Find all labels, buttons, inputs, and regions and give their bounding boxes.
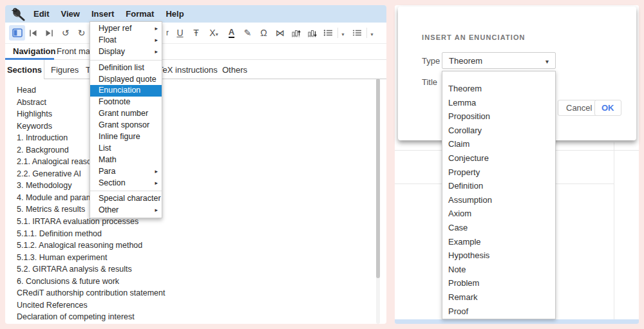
menu-item-displayed-quote[interactable]: Displayed quote <box>90 74 162 86</box>
list-item[interactable]: 2.2. Generative AI <box>17 168 386 180</box>
editor-panel: Edit View Insert Format Help ↺ ↻ r U Ŧ X <box>5 5 386 324</box>
tab-navigation[interactable]: Navigation <box>13 46 55 56</box>
option-proposition[interactable]: Proposition <box>442 109 555 124</box>
tab-others[interactable]: Others <box>222 65 247 75</box>
option-definition[interactable]: Definition <box>442 179 555 193</box>
menu-item-float[interactable]: Float <box>90 35 162 46</box>
option-assumption[interactable]: Assumption <box>442 193 555 207</box>
list-item[interactable]: 1. Introduction <box>17 132 386 144</box>
menu-item-hyper-ref[interactable]: Hyper ref <box>90 23 162 35</box>
option-remark[interactable]: Remark <box>442 290 555 305</box>
undo-icon[interactable]: ↺ <box>57 25 73 41</box>
submenu-arrow-icon <box>155 46 158 58</box>
go-first-icon[interactable] <box>25 25 41 41</box>
tab-sections[interactable]: Sections <box>5 60 44 79</box>
list-item[interactable]: CRediT authorship contribution statement <box>17 287 386 299</box>
list-item[interactable]: 3. Methodology <box>17 180 386 192</box>
menu-item-enunciation[interactable]: Enunciation <box>90 85 162 97</box>
go-last-icon[interactable] <box>41 25 57 41</box>
list-item[interactable]: 5.1.2. Analogical reasoning method <box>17 240 386 252</box>
font-color-icon[interactable]: A <box>223 25 240 41</box>
list-item[interactable]: Keywords <box>17 120 386 133</box>
option-axiom[interactable]: Axiom <box>442 207 555 221</box>
strikethrough-icon[interactable]: Ŧ <box>188 25 204 41</box>
tab-figures[interactable]: Figures <box>51 65 79 75</box>
option-corollary[interactable]: Corollary <box>442 124 555 138</box>
join-icon[interactable]: ⋈ <box>272 25 288 41</box>
tab-tex-instructions[interactable]: TeX instructions <box>158 65 218 75</box>
sidebar-toggle-icon[interactable] <box>9 25 25 41</box>
submenu-arrow-icon <box>155 178 158 189</box>
ok-button[interactable]: OK <box>594 100 621 116</box>
title-label: Title <box>422 77 437 87</box>
list-item[interactable]: Highlights <box>17 108 386 120</box>
lower-block-icon[interactable] <box>304 25 320 41</box>
menu-item-other[interactable]: Other <box>90 205 162 216</box>
list-item[interactable]: 5.1.3. Human experiment <box>17 252 386 264</box>
scrollbar-thumb[interactable] <box>376 79 380 278</box>
x-style-dropdown[interactable]: X <box>204 25 223 41</box>
menu-item-list[interactable]: List <box>90 143 162 155</box>
menu-item-special-character[interactable]: Special character <box>90 193 162 205</box>
option-hypothesis[interactable]: Hypothesis <box>442 249 555 263</box>
toolbar: ↺ ↻ r U Ŧ X A ✎ Ω ⋈ <box>5 23 386 44</box>
redo-icon[interactable]: ↻ <box>73 25 90 41</box>
option-lemma[interactable]: Lemma <box>442 96 555 110</box>
menu-item-definition-list[interactable]: Definition list <box>90 62 162 74</box>
option-example[interactable]: Example <box>442 235 555 249</box>
numbered-list-menu-icon[interactable] <box>366 28 377 38</box>
list-item[interactable]: 6. Conclusions & future work <box>17 276 386 288</box>
secondary-tabs: Sections Figures Tables TeX instructions… <box>5 60 386 79</box>
numbered-list-icon[interactable] <box>349 25 365 41</box>
partially-hidden-icon[interactable]: r <box>163 28 172 37</box>
menu-insert[interactable]: Insert <box>91 9 114 19</box>
list-item[interactable]: 4. Module and parame <box>17 192 386 204</box>
menu-edit[interactable]: Edit <box>33 9 50 19</box>
menu-view[interactable]: View <box>61 9 80 19</box>
bullet-list-menu-icon[interactable] <box>337 28 348 38</box>
bullet-list-icon[interactable] <box>320 25 336 41</box>
menu-bar: Edit View Insert Format Help <box>5 5 386 23</box>
list-item[interactable]: 5.1.1. Definition method <box>17 228 386 240</box>
submenu-arrow-icon <box>155 35 158 46</box>
list-item[interactable]: 2. Background <box>17 144 386 156</box>
list-item[interactable]: 5.2. GIRTARA analysis & results <box>17 263 386 276</box>
special-character-icon[interactable]: Ω <box>256 25 272 41</box>
option-proof[interactable]: Proof <box>442 305 555 319</box>
menu-item-footnote[interactable]: Footnote <box>90 97 162 108</box>
menu-help[interactable]: Help <box>166 9 184 19</box>
list-item[interactable]: 5. Metrics & results <box>17 203 386 216</box>
menu-item-display[interactable]: Display <box>90 46 162 58</box>
menu-item-grant-sponsor[interactable]: Grant sponsor <box>90 120 162 131</box>
option-case[interactable]: Case <box>442 221 555 235</box>
pencil-icon[interactable]: ✎ <box>240 25 256 41</box>
list-item[interactable]: 5.1. IRTARA evaluation processes <box>17 216 386 228</box>
dialog-title: INSERT AN ENUNCIATION <box>422 33 526 41</box>
menu-item-section[interactable]: Section <box>90 178 162 189</box>
menu-format[interactable]: Format <box>126 9 154 19</box>
option-problem[interactable]: Problem <box>442 276 555 290</box>
option-note[interactable]: Note <box>442 263 555 277</box>
option-theorem[interactable]: Theorem <box>442 82 555 96</box>
option-claim[interactable]: Claim <box>442 137 555 151</box>
menu-item-inline-figure[interactable]: Inline figure <box>90 131 162 143</box>
option-conjecture[interactable]: Conjecture <box>442 151 555 165</box>
option-property[interactable]: Property <box>442 165 555 180</box>
list-item[interactable]: Head <box>17 84 386 97</box>
menu-item-math[interactable]: Math <box>90 155 162 166</box>
list-item[interactable]: 2.1. Analogical reasoni <box>17 156 386 168</box>
menu-item-grant-number[interactable]: Grant number <box>90 108 162 120</box>
menu-separator <box>90 60 162 61</box>
app-logo-bird-icon <box>5 7 33 21</box>
list-item[interactable]: Uncited References <box>17 299 386 312</box>
sections-list: Head Abstract Highlights Keywords 1. Int… <box>5 79 386 323</box>
type-select[interactable]: Theorem <box>442 52 556 69</box>
x-style-icon: X <box>209 28 215 38</box>
list-item[interactable]: Declaration of competing interest <box>17 311 386 323</box>
primary-tabs: Navigation Front matter <box>5 44 386 60</box>
submenu-arrow-icon <box>155 23 158 35</box>
underline-icon[interactable]: U <box>172 25 188 41</box>
menu-item-para[interactable]: Para <box>90 166 162 178</box>
list-item[interactable]: Abstract <box>17 97 386 109</box>
raise-block-icon[interactable] <box>288 25 304 41</box>
